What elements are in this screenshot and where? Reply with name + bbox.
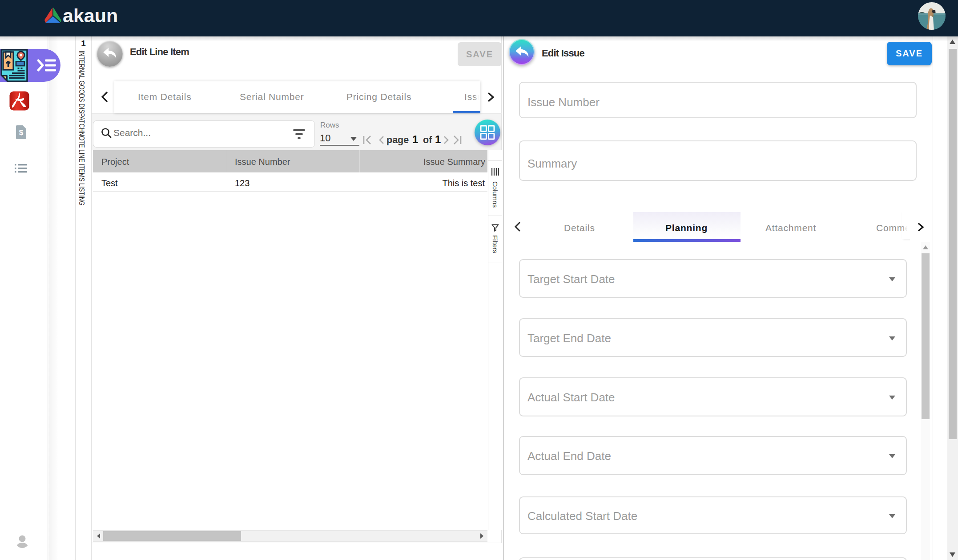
svg-text:$: $	[19, 128, 24, 137]
